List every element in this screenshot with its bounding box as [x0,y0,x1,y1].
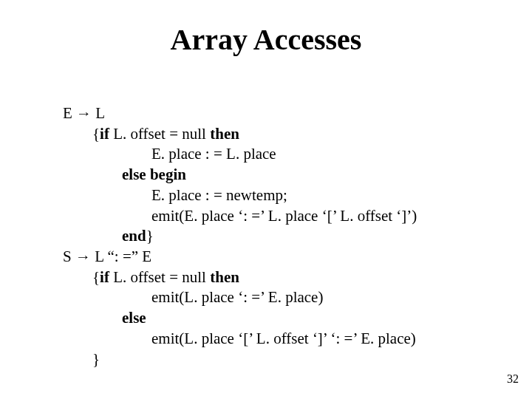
line-if2: {if L. offset = null then [63,267,417,288]
line-end: end} [63,226,417,247]
line-else2: else [63,308,417,329]
brace-open: { [92,125,100,143]
line-newtemp: E. place : = newtemp; [63,185,417,206]
body-text: E → L {if L. offset = null then E. place… [63,103,417,369]
kw-else2: else [122,309,146,327]
slide: Array Accesses E → L {if L. offset = nul… [0,0,532,399]
line-then1: E. place : = L. place [63,144,417,165]
line-emit2: emit(L. place ‘: =’ E. place) [63,287,417,308]
line-emit3: emit(L. place ‘[’ L. offset ‘]’ ‘: =’ E.… [63,329,417,349]
rule1-head: E → L [63,103,417,124]
rule2-head: S → L “: =” E [63,247,417,267]
page-title: Array Accesses [0,22,532,57]
kw-then: then [210,125,239,143]
cond1: L. offset = null [109,125,210,143]
line-emit1: emit(E. place ‘: =’ L. place ‘[’ L. offs… [63,206,417,227]
kw-then2: then [210,268,239,286]
cond2: L. offset = null [109,268,210,286]
page-number: 32 [507,372,519,386]
kw-if2: if [100,268,109,286]
brace-close1: } [146,227,154,245]
brace-open2: { [92,268,100,286]
kw-begin: begin [146,166,186,183]
line-if1: {if L. offset = null then [63,124,417,145]
kw-if: if [100,125,109,143]
kw-end: end [122,227,146,245]
kw-else: else [122,166,146,183]
line-elsebegin: else begin [63,165,417,185]
brace-close2: } [63,349,417,370]
